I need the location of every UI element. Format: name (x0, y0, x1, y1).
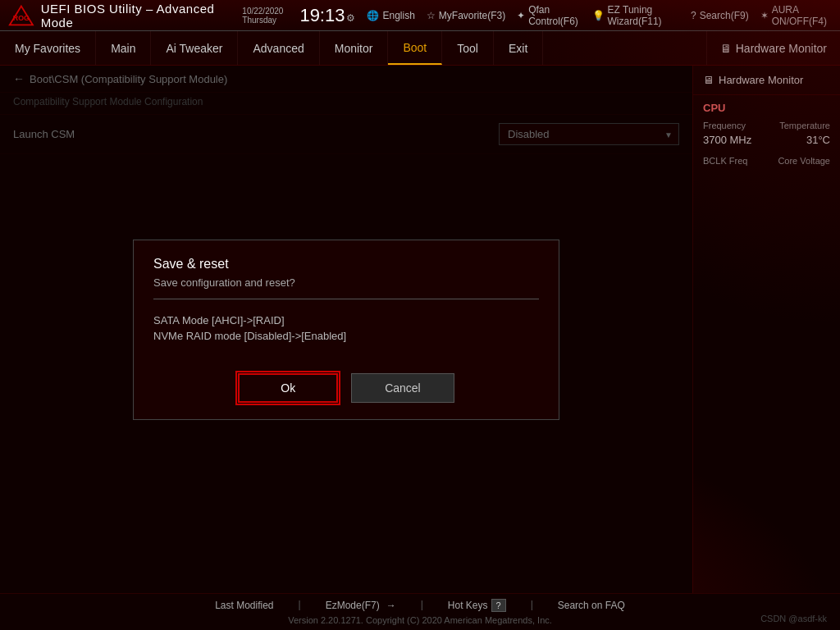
main-content: ← Boot\CSM (Compatibility Support Module… (0, 66, 692, 593)
hw-row-freq-value: 3700 MHz 31°C (703, 134, 830, 153)
search-label: Search(F9) (700, 10, 749, 21)
aura-button[interactable]: ✶ AURA ON/OFF(F4) (760, 4, 832, 27)
dialog-subtitle: Save configuration and reset? (134, 276, 559, 299)
cancel-button[interactable]: Cancel (351, 373, 454, 403)
tab-monitor[interactable]: Monitor (320, 31, 389, 65)
tab-advanced[interactable]: Advanced (238, 31, 319, 65)
language-button[interactable]: 🌐 English (367, 10, 414, 21)
clock-display: 19:13⚙ (299, 7, 355, 25)
nav-tabs: My Favorites Main Ai Tweaker Advanced Mo… (0, 31, 840, 66)
globe-icon: 🌐 (367, 10, 379, 21)
freq-value: 3700 MHz (703, 134, 751, 146)
arrow-icon: → (386, 600, 396, 611)
myfavorite-label: MyFavorite(F3) (439, 10, 505, 21)
rog-logo: ROG (8, 3, 34, 28)
search-faq-label: Search on FAQ (558, 600, 625, 611)
dialog-changes: SATA Mode [AHCI]->[RAID] NVMe RAID mode … (134, 299, 559, 357)
hw-row-freq-label: Frequency Temperature (703, 121, 830, 130)
language-label: English (382, 10, 414, 21)
search-icon: ? (691, 10, 696, 21)
tab-tool[interactable]: Tool (442, 31, 494, 65)
freq-label: Frequency (703, 121, 746, 130)
change-item-0: SATA Mode [AHCI]->[RAID] (153, 313, 539, 328)
ez-mode-action[interactable]: EzMode(F7) → (326, 599, 396, 612)
hw-cpu-section: CPU Frequency Temperature 3700 MHz 31°C … (693, 95, 840, 176)
eztuning-button[interactable]: 💡 EZ Tuning Wizard(F11) (592, 4, 679, 27)
dialog-buttons: Ok Cancel (134, 357, 559, 419)
dialog-title: Save & reset (134, 240, 559, 276)
bclk-label: BCLK Freq (703, 156, 747, 166)
hot-keys-action[interactable]: Hot Keys ? (448, 599, 506, 612)
search-button[interactable]: ? Search(F9) (691, 10, 749, 21)
fan-icon: ✦ (517, 10, 525, 21)
change-item-1: NVMe RAID mode [Disabled]->[Enabled] (153, 328, 539, 344)
temp-label: Temperature (779, 121, 830, 130)
aura-label: AURA ON/OFF(F4) (772, 4, 832, 27)
tab-exit[interactable]: Exit (494, 31, 543, 65)
version-text: Version 2.20.1271. Copyright (C) 2020 Am… (288, 615, 552, 625)
qfan-label: Qfan Control(F6) (528, 4, 580, 27)
right-panel: 🖥 Hardware Monitor CPU Frequency Tempera… (692, 66, 840, 593)
bottom-separator-2: | (421, 599, 423, 612)
tab-boot[interactable]: Boot (388, 31, 442, 65)
search-faq-action[interactable]: Search on FAQ (558, 599, 625, 612)
logo-area: ROG UEFI BIOS Utility – Advanced Mode (8, 2, 226, 30)
topbar-actions: 10/22/2020 Thursday 19:13⚙ 🌐 English ☆ M… (242, 4, 832, 27)
datetime-area: 10/22/2020 Thursday (242, 7, 283, 25)
date-text: 10/22/2020 (242, 7, 283, 16)
myfavorite-button[interactable]: ☆ MyFavorite(F3) (427, 10, 505, 21)
ez-mode-label: EzMode(F7) (326, 600, 380, 611)
app-title: UEFI BIOS Utility – Advanced Mode (41, 2, 226, 30)
clock-gear-icon: ⚙ (346, 12, 355, 24)
ok-button[interactable]: Ok (238, 373, 338, 403)
bottom-bar: Last Modified | EzMode(F7) → | Hot Keys … (0, 593, 840, 630)
monitor-icon: 🖥 (720, 42, 732, 55)
qfan-button[interactable]: ✦ Qfan Control(F6) (517, 4, 580, 27)
temp-value: 31°C (806, 134, 830, 146)
tab-main[interactable]: Main (96, 31, 151, 65)
day-text: Thursday (242, 16, 283, 25)
content-area: ← Boot\CSM (Compatibility Support Module… (0, 66, 840, 593)
voltage-label: Core Voltage (778, 156, 830, 166)
eztuning-label: EZ Tuning Wizard(F11) (608, 4, 679, 27)
save-reset-dialog: Save & reset Save configuration and rese… (133, 240, 559, 420)
tab-hardware-monitor[interactable]: 🖥 Hardware Monitor (706, 31, 840, 65)
bulb-icon: 💡 (592, 10, 605, 21)
aura-icon: ✶ (760, 10, 769, 21)
monitor-display-icon: 🖥 (703, 74, 714, 86)
hot-keys-label: Hot Keys (448, 600, 488, 611)
clock-time: 19:13 (299, 5, 345, 25)
watermark: CSDN @asdf-kk (760, 614, 827, 623)
hw-monitor-header: 🖥 Hardware Monitor (693, 66, 840, 95)
dialog-overlay: Save & reset Save configuration and rese… (0, 66, 692, 593)
tab-my-favorites[interactable]: My Favorites (0, 31, 96, 65)
last-modified-label: Last Modified (215, 600, 273, 611)
star-icon: ☆ (427, 10, 436, 21)
cpu-section-title: CPU (703, 102, 830, 114)
hw-row-bclk-label: BCLK Freq Core Voltage (703, 156, 830, 166)
bottom-actions: Last Modified | EzMode(F7) → | Hot Keys … (215, 599, 625, 612)
hot-keys-key: ? (491, 599, 506, 612)
top-bar: ROG UEFI BIOS Utility – Advanced Mode 10… (0, 0, 840, 31)
tab-ai-tweaker[interactable]: Ai Tweaker (151, 31, 238, 65)
bottom-separator-1: | (299, 599, 301, 612)
svg-text:ROG: ROG (13, 14, 30, 22)
bottom-separator-3: | (531, 599, 533, 612)
last-modified-action[interactable]: Last Modified (215, 599, 273, 612)
